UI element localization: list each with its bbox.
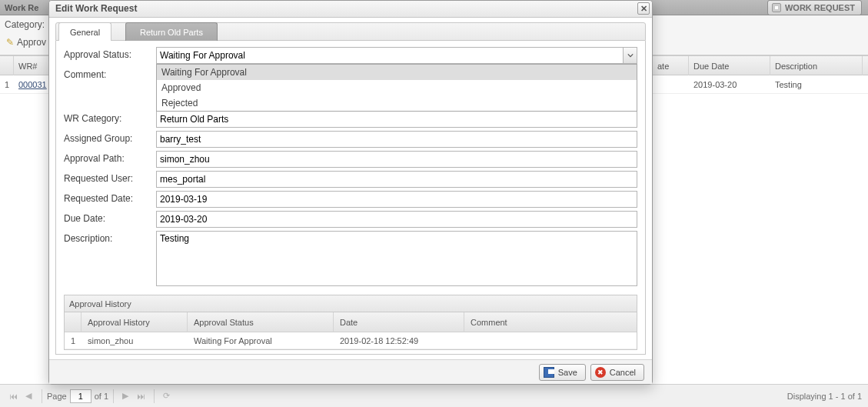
save-button-label: Save — [558, 368, 577, 377]
label-description: Description: — [64, 231, 156, 244]
cell-row-index: 1 — [0, 75, 14, 94]
option-rejected[interactable]: Rejected — [157, 95, 637, 111]
dialog-button-bar: Save Cancel — [49, 359, 652, 384]
approval-status-combo[interactable]: Waiting For Approval Approved Rejected — [156, 47, 637, 64]
cell-due-date: 2019-03-20 — [689, 75, 770, 94]
option-waiting-for-approval[interactable]: Waiting For Approval — [157, 65, 637, 80]
wr-category-field[interactable] — [156, 111, 637, 128]
cell-status: Waiting For Approval — [188, 332, 334, 349]
dialog-close-button[interactable]: ✕ — [637, 2, 650, 15]
requested-user-field[interactable] — [156, 171, 637, 188]
category-label: Category: — [5, 19, 45, 30]
cell-comment — [464, 332, 637, 349]
col-row-number — [0, 56, 14, 76]
approval-path-field[interactable] — [156, 151, 637, 168]
refresh-button[interactable]: ⟳ — [159, 389, 173, 403]
col-row-number — [65, 312, 81, 332]
approval-history-header: Approval History Approval Status Date Co… — [65, 312, 637, 332]
form-scroll-area[interactable]: Approval Status: Waiting For Approval Ap… — [56, 41, 645, 354]
col-comment[interactable]: Comment — [464, 312, 637, 332]
separator — [154, 389, 155, 403]
col-approval-history[interactable]: Approval History — [81, 312, 188, 332]
label-approval-path: Approval Path: — [64, 151, 156, 164]
approval-status-dropdown[interactable]: Waiting For Approval Approved Rejected — [156, 64, 637, 112]
page-next-button[interactable]: ▶ — [118, 389, 132, 403]
label-assigned-group: Assigned Group: — [64, 131, 156, 144]
page-number-input[interactable] — [70, 389, 91, 403]
col-date[interactable]: Date — [334, 312, 464, 332]
label-comment: Comment: — [64, 67, 156, 80]
cell-date: 2019-02-18 12:52:49 — [334, 332, 464, 349]
cancel-icon — [594, 366, 607, 379]
page-of-label: of 1 — [95, 392, 108, 401]
page-label: Page — [47, 392, 67, 401]
requested-date-field[interactable] — [156, 191, 637, 208]
approval-history-title: Approval History — [65, 295, 637, 312]
tab-panel-general: Approval Status: Waiting For Approval Ap… — [55, 41, 646, 355]
save-icon — [543, 366, 555, 379]
dialog-title: Edit Work Request — [55, 3, 137, 14]
cancel-button-label: Cancel — [610, 368, 636, 377]
col-date-partial[interactable]: ate — [652, 56, 689, 76]
save-button[interactable]: Save — [539, 364, 586, 381]
tab-return-old-parts[interactable]: Return Old Parts — [125, 22, 218, 42]
cell-row-index: 1 — [65, 332, 81, 349]
page-first-button[interactable]: ⏮ — [6, 389, 20, 403]
separator — [113, 389, 114, 403]
approve-button-partial[interactable]: Approv — [6, 37, 46, 48]
work-request-button[interactable]: WORK REQUEST — [767, 0, 862, 15]
description-textarea[interactable]: Testing — [156, 231, 637, 286]
cell-description: Testing — [770, 75, 863, 94]
panel-title: Work Re — [5, 3, 38, 12]
col-description[interactable]: Description — [770, 56, 863, 76]
paging-toolbar: ⏮ ◀ Page of 1 ▶ ⏭ ⟳ Displaying 1 - 1 of … — [0, 384, 868, 407]
chevron-down-icon — [627, 52, 634, 58]
close-icon: ✕ — [640, 1, 647, 16]
label-approval-status: Approval Status: — [64, 47, 156, 60]
edit-work-request-dialog: Edit Work Request ✕ General Return Old P… — [48, 0, 653, 385]
dialog-title-bar[interactable]: Edit Work Request ✕ — [49, 1, 652, 18]
tab-bar: General Return Old Parts — [55, 22, 646, 41]
cell-wr-link[interactable]: 000031 — [14, 75, 48, 94]
col-approval-status[interactable]: Approval Status — [188, 312, 334, 332]
approval-history-panel: Approval History Approval History Approv… — [64, 295, 637, 350]
dialog-body: General Return Old Parts Approval Status… — [49, 18, 652, 359]
col-due-date[interactable]: Due Date — [689, 56, 770, 76]
approval-status-trigger[interactable] — [623, 48, 637, 63]
label-wr-category: WR Category: — [64, 111, 156, 124]
page-last-button[interactable]: ⏭ — [134, 389, 148, 403]
paging-display-text: Displaying 1 - 1 of 1 — [787, 392, 862, 401]
cell-history: simon_zhou — [81, 332, 188, 349]
history-row[interactable]: 1 simon_zhou Waiting For Approval 2019-0… — [65, 332, 637, 349]
approval-status-input[interactable] — [156, 47, 637, 64]
page-prev-button[interactable]: ◀ — [22, 389, 35, 403]
cancel-button[interactable]: Cancel — [590, 364, 644, 381]
label-requested-date: Requested Date: — [64, 191, 156, 204]
label-requested-user: Requested User: — [64, 171, 156, 184]
assigned-group-field[interactable] — [156, 131, 637, 148]
option-approved[interactable]: Approved — [157, 80, 637, 95]
separator — [42, 389, 42, 403]
label-due-date: Due Date: — [64, 211, 156, 224]
tab-general[interactable]: General — [58, 22, 111, 42]
due-date-field[interactable] — [156, 211, 637, 228]
